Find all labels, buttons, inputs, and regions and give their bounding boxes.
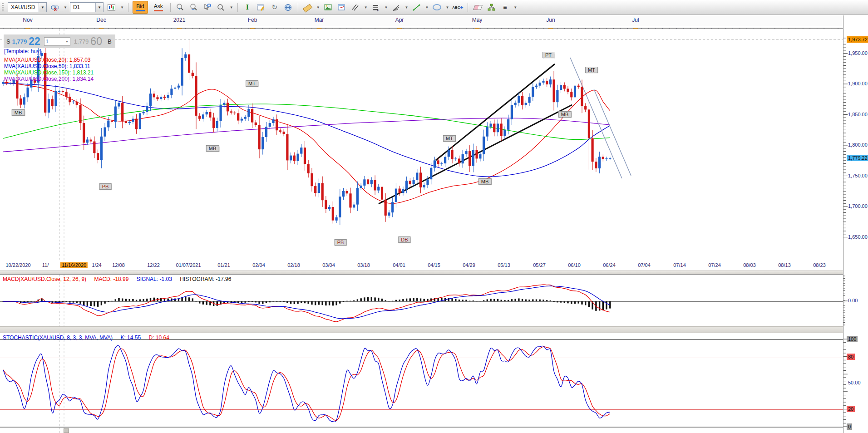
candle bbox=[448, 150, 450, 157]
chevron-down-icon[interactable]: ▼ bbox=[405, 5, 409, 10]
chevron-down-icon[interactable]: ▼ bbox=[120, 5, 124, 10]
candlestick-chart[interactable] bbox=[0, 29, 843, 261]
axis-label: 1,950.00 bbox=[848, 50, 868, 56]
annotation-mb[interactable]: MB bbox=[12, 109, 25, 116]
bid-button[interactable]: Bid bbox=[133, 1, 148, 14]
trading-station-window: { "toolbar":{ "symbol":"XAU/USD","period… bbox=[0, 0, 868, 433]
globe-icon[interactable] bbox=[283, 1, 294, 13]
sell-price-pips[interactable]: 22 bbox=[29, 36, 40, 46]
chevron-down-icon[interactable]: ▼ bbox=[425, 5, 429, 10]
chevron-down-icon[interactable]: ▼ bbox=[65, 40, 69, 43]
annotation-pb[interactable]: PB bbox=[335, 239, 347, 246]
stochastic-chart[interactable] bbox=[0, 333, 843, 433]
candle bbox=[440, 163, 443, 164]
candle bbox=[405, 181, 408, 189]
buy-price-pips[interactable]: 60 bbox=[90, 36, 102, 46]
annotation-mb[interactable]: MB bbox=[478, 178, 492, 185]
candle bbox=[125, 121, 127, 123]
candle bbox=[360, 186, 362, 188]
symbol-select[interactable]: XAU/USD ▼ bbox=[8, 2, 47, 12]
macd-title: MACD(XAU/USD.Close, 12, 26, 9) bbox=[3, 276, 86, 282]
trendline-icon[interactable] bbox=[411, 1, 422, 13]
ruler-icon[interactable] bbox=[302, 1, 313, 13]
annotation-mt[interactable]: MT bbox=[246, 80, 258, 87]
candle bbox=[356, 188, 359, 205]
month-label: Nov bbox=[23, 17, 32, 23]
candle bbox=[574, 86, 576, 98]
share-icon[interactable]: ↻ bbox=[269, 1, 280, 13]
splitter-handle[interactable] bbox=[64, 428, 69, 433]
macd-pane[interactable]: MACD(XAU/USD.Close, 12, 26, 9) MACD: -18… bbox=[0, 274, 843, 327]
annotation-pb[interactable]: PB bbox=[99, 183, 112, 190]
chevron-down-icon[interactable]: ▼ bbox=[230, 5, 233, 10]
candle bbox=[212, 118, 215, 128]
toolbar-separator bbox=[170, 3, 171, 12]
date-axis[interactable]: 10/22/202011/11/16/20201/2412/0812/2201/… bbox=[0, 261, 843, 271]
candle bbox=[465, 151, 467, 154]
toolbar-separator bbox=[468, 3, 468, 12]
chevron-down-icon[interactable]: ▼ bbox=[316, 5, 320, 10]
chevron-down-icon[interactable]: ▼ bbox=[445, 5, 449, 10]
annotation-mt[interactable]: MT bbox=[585, 67, 598, 73]
candle bbox=[430, 168, 432, 180]
buy-price[interactable]: 1,779 bbox=[74, 38, 89, 45]
text-label-icon[interactable]: ABC✚ bbox=[452, 1, 464, 13]
annotation-db[interactable]: DB bbox=[398, 236, 410, 243]
candle bbox=[528, 97, 531, 103]
fibonacci-icon[interactable] bbox=[350, 1, 361, 13]
chevron-down-icon[interactable]: ▼ bbox=[385, 5, 388, 10]
candle bbox=[370, 180, 373, 184]
chart-type-icon[interactable] bbox=[106, 1, 117, 13]
candle bbox=[518, 96, 520, 103]
annotation-pt[interactable]: PT bbox=[542, 52, 554, 58]
chevron-down-icon[interactable]: ▼ bbox=[95, 3, 103, 12]
toolbar-grip[interactable] bbox=[2, 3, 4, 11]
macd-chart[interactable] bbox=[0, 275, 843, 327]
date-label: 06/10 bbox=[568, 262, 581, 268]
amount-stepper[interactable]: 1 ▼ bbox=[44, 37, 70, 46]
annotation-mt[interactable]: MT bbox=[443, 135, 456, 142]
stochastic-pane[interactable]: STOCHASTIC(XAU/USD, 8, 3, 3, MVA, MVA) K… bbox=[0, 333, 843, 433]
insert-image-icon[interactable] bbox=[323, 1, 334, 13]
pane-splitter[interactable] bbox=[0, 326, 868, 333]
eraser-icon[interactable] bbox=[472, 1, 483, 13]
candle bbox=[581, 87, 583, 106]
candle bbox=[76, 102, 78, 105]
pointer-zoom-icon[interactable] bbox=[202, 1, 213, 13]
chevron-down-icon[interactable]: ▼ bbox=[64, 5, 67, 10]
zoom-out-icon[interactable]: − bbox=[188, 1, 199, 13]
annotation-mb[interactable]: MB bbox=[206, 145, 219, 152]
unlink-icon[interactable]: x bbox=[49, 1, 60, 13]
magnifier-menu-icon[interactable] bbox=[216, 1, 227, 13]
candle bbox=[339, 197, 341, 217]
levels-icon[interactable]: F bbox=[370, 1, 381, 13]
chevron-down-icon[interactable]: ▼ bbox=[364, 5, 368, 10]
candle bbox=[276, 119, 278, 130]
candle bbox=[423, 185, 425, 187]
price-chart-pane[interactable] bbox=[0, 29, 843, 261]
candle bbox=[220, 105, 222, 121]
ellipse-icon[interactable] bbox=[431, 1, 442, 13]
annotation-mb[interactable]: MB bbox=[558, 111, 572, 118]
candle bbox=[483, 137, 485, 154]
period-select[interactable]: D1 ▼ bbox=[70, 2, 104, 12]
new-window-icon[interactable] bbox=[336, 1, 347, 13]
list-menu-icon[interactable]: ≡ bbox=[499, 1, 510, 13]
stoch-axis-badge: 80 bbox=[847, 354, 855, 360]
note-icon[interactable] bbox=[256, 1, 266, 13]
chevron-down-icon[interactable]: ▼ bbox=[513, 5, 517, 10]
legend-row: MVA(XAU/USD.Close,150): 1,813.21 bbox=[4, 69, 94, 76]
month-axis[interactable]: NovDec2021FebMarAprMayJunJul bbox=[0, 15, 843, 26]
cursor-ibeam-icon[interactable]: I bbox=[242, 1, 253, 13]
chevron-down-icon[interactable]: ▼ bbox=[39, 3, 46, 12]
sell-price[interactable]: 1,779 bbox=[12, 38, 27, 45]
legend-row: MVA(XAU/USD.Close,50): 1,833.11 bbox=[4, 63, 90, 69]
candle bbox=[121, 103, 123, 122]
candle bbox=[584, 106, 587, 109]
price-axis[interactable]: 1,950.001,900.001,850.001,800.001,750.00… bbox=[843, 15, 868, 433]
zoom-in-icon[interactable]: + bbox=[175, 1, 186, 13]
ask-button[interactable]: Ask bbox=[151, 1, 166, 14]
candle bbox=[65, 92, 68, 97]
hierarchy-icon[interactable] bbox=[486, 1, 497, 13]
fan-lines-icon[interactable] bbox=[391, 1, 402, 13]
